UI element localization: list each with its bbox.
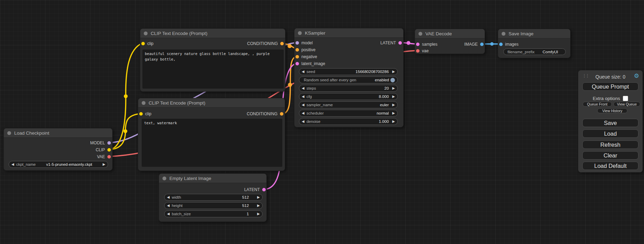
- node-title-bar[interactable]: KSampler: [294, 28, 403, 38]
- decrement-icon[interactable]: ◀: [167, 204, 170, 207]
- widget-label: filename_prefix: [508, 50, 535, 54]
- increment-icon[interactable]: ▶: [103, 163, 105, 166]
- filename-prefix-widget[interactable]: filename_prefix ComfyUI: [503, 48, 566, 55]
- node-title-bar[interactable]: Load Checkpoint: [4, 128, 112, 138]
- input-slot-clip: clip: [139, 110, 151, 117]
- input-label: images: [505, 42, 519, 47]
- input-port-clip[interactable]: [139, 112, 143, 116]
- node-title-bar[interactable]: CLIP Text Encode (Prompt): [138, 98, 285, 108]
- input-port-model[interactable]: [295, 41, 299, 45]
- collapse-dot-icon[interactable]: [142, 101, 145, 105]
- refresh-button[interactable]: Refresh: [582, 141, 638, 149]
- queue-panel: ⋮⋮ Queue size: 0 ⚙ Queue Prompt Extra op…: [578, 70, 643, 172]
- toggle-knob-icon[interactable]: [390, 78, 395, 82]
- node-title: CLIP Text Encode (Prompt): [151, 31, 208, 36]
- collapse-dot-icon[interactable]: [162, 177, 166, 180]
- output-port-latent[interactable]: [398, 41, 402, 45]
- output-slot-conditioning: CONDITIONING: [247, 40, 284, 47]
- increment-icon[interactable]: ▶: [257, 212, 260, 216]
- random-seed-toggle-widget[interactable]: Random seed after every gen enabled: [299, 76, 398, 83]
- load-button[interactable]: Load: [582, 129, 638, 138]
- collapse-dot-icon[interactable]: [502, 32, 505, 36]
- input-label: negative: [301, 54, 317, 59]
- increment-icon[interactable]: ▶: [392, 70, 395, 73]
- input-port-negative[interactable]: [295, 55, 299, 58]
- widget-label: height: [172, 204, 183, 208]
- input-port-clip[interactable]: [141, 42, 145, 45]
- output-port-conditioning[interactable]: [280, 112, 283, 116]
- collapse-dot-icon[interactable]: [298, 31, 302, 35]
- output-port-vae[interactable]: [107, 155, 111, 159]
- output-slot-latent: LATENT: [380, 39, 402, 46]
- drag-handle-icon[interactable]: ⋮⋮: [582, 74, 589, 78]
- output-slot-clip: CLIP: [96, 146, 111, 153]
- output-port-model[interactable]: [107, 141, 111, 145]
- queue-front-button[interactable]: Queue Front: [583, 102, 612, 107]
- view-history-button[interactable]: View History: [597, 108, 627, 113]
- steps-widget[interactable]: ◀ steps 20 ▶: [299, 85, 398, 92]
- node-title-bar[interactable]: Empty Latent Image: [159, 174, 266, 183]
- decrement-icon[interactable]: ◀: [11, 163, 14, 166]
- input-port-positive[interactable]: [295, 48, 299, 52]
- decrement-icon[interactable]: ◀: [302, 120, 305, 123]
- clear-button[interactable]: Clear: [582, 151, 638, 160]
- node-title-bar[interactable]: VAE Decode: [415, 29, 485, 38]
- increment-icon[interactable]: ▶: [392, 95, 395, 98]
- scheduler-widget[interactable]: ◀ scheduler normal ▶: [299, 110, 398, 117]
- node-title-bar[interactable]: CLIP Text Encode (Prompt): [140, 29, 285, 38]
- increment-icon[interactable]: ▶: [392, 103, 395, 107]
- increment-icon[interactable]: ▶: [257, 204, 260, 207]
- output-port-clip[interactable]: [107, 148, 111, 152]
- ckpt-name-widget[interactable]: ◀ ckpt_name v1-5-pruned-emaonly.ckpt ▶: [9, 161, 108, 168]
- input-port-vae[interactable]: [416, 49, 420, 53]
- comfyui-canvas[interactable]: { "colors": { "model": "#b39ddb", "clip"…: [0, 0, 644, 244]
- settings-gear-icon[interactable]: ⚙: [634, 73, 639, 79]
- decrement-icon[interactable]: ◀: [167, 196, 170, 199]
- view-queue-button[interactable]: View Queue: [614, 102, 640, 107]
- collapse-dot-icon[interactable]: [418, 32, 422, 36]
- output-port-latent[interactable]: [262, 188, 266, 191]
- increment-icon[interactable]: ▶: [257, 196, 260, 199]
- widget-value: normal: [377, 111, 389, 115]
- widget-label: cfg: [307, 94, 312, 99]
- input-label: clip: [145, 111, 151, 116]
- increment-icon[interactable]: ▶: [392, 111, 395, 115]
- sampler-name-widget[interactable]: ◀ sampler_name euler ▶: [299, 101, 398, 108]
- collapse-dot-icon[interactable]: [144, 31, 148, 35]
- denoise-widget[interactable]: ◀ denoise 1.000 ▶: [299, 118, 398, 125]
- node-title: CLIP Text Encode (Prompt): [149, 100, 205, 106]
- widget-value: 156680208700286: [355, 70, 389, 74]
- batch-size-widget[interactable]: ◀ batch_size 1 ▶: [164, 210, 263, 217]
- output-label: CONDITIONING: [247, 111, 277, 116]
- extra-options-checkbox[interactable]: [623, 96, 628, 101]
- output-slot-vae: VAE: [97, 153, 111, 160]
- output-slot-conditioning: CONDITIONING: [247, 110, 283, 117]
- height-widget[interactable]: ◀ height 512 ▶: [164, 202, 263, 209]
- input-port-images[interactable]: [499, 43, 503, 46]
- queue-prompt-button[interactable]: Queue Prompt: [582, 82, 638, 91]
- save-button[interactable]: Save: [582, 119, 638, 127]
- decrement-icon[interactable]: ◀: [302, 95, 305, 98]
- decrement-icon[interactable]: ◀: [302, 87, 305, 90]
- widget-label: seed: [307, 70, 315, 74]
- load-default-button[interactable]: Load Default: [582, 162, 638, 170]
- decrement-icon[interactable]: ◀: [302, 103, 305, 107]
- input-port-latent-image[interactable]: [295, 62, 299, 65]
- input-port-samples[interactable]: [416, 43, 420, 46]
- decrement-icon[interactable]: ◀: [302, 111, 305, 115]
- decrement-icon[interactable]: ◀: [302, 70, 305, 73]
- cfg-widget[interactable]: ◀ cfg 8.000 ▶: [299, 93, 398, 100]
- width-widget[interactable]: ◀ width 512 ▶: [164, 194, 263, 201]
- negative-prompt-textarea[interactable]: text, watermark: [142, 119, 282, 167]
- decrement-icon[interactable]: ◀: [167, 212, 170, 216]
- seed-widget[interactable]: ◀ seed 156680208700286 ▶: [299, 68, 398, 75]
- output-port-conditioning[interactable]: [280, 42, 284, 45]
- widget-label: width: [172, 195, 181, 199]
- positive-prompt-textarea[interactable]: beautiful scenery nature glass bottle la…: [142, 49, 284, 89]
- widget-value: 20: [385, 86, 389, 90]
- collapse-dot-icon[interactable]: [7, 131, 11, 135]
- node-title-bar[interactable]: Save Image: [498, 29, 570, 38]
- output-port-image[interactable]: [480, 43, 484, 46]
- increment-icon[interactable]: ▶: [392, 120, 395, 123]
- increment-icon[interactable]: ▶: [392, 87, 395, 90]
